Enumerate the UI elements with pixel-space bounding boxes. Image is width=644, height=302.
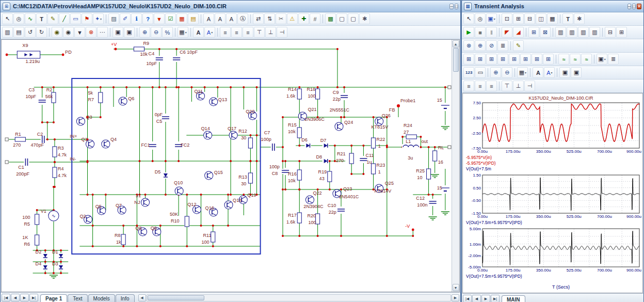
tab-arrow-0[interactable]: |◀ — [463, 295, 472, 302]
font-bold-button[interactable]: A — [533, 67, 543, 78]
minimize-button[interactable]: ─ — [449, 4, 454, 9]
flip-horizontal-button[interactable]: ⇄ — [253, 13, 264, 24]
cut-tool-button[interactable]: ✂ — [276, 13, 286, 24]
schematic-window-titlebar[interactable]: ⊞ C:\MC12\DATA\Petrov\HeadAMP\K157UD2_Ne… — [1, 1, 460, 12]
grid-toggle-button[interactable]: # — [310, 13, 320, 24]
picture-mode-button[interactable]: ▨ — [108, 13, 119, 24]
tab-models[interactable]: Models — [88, 294, 115, 302]
overlay-2-button[interactable]: ≈ — [570, 54, 581, 65]
tab-info[interactable]: Info — [116, 294, 135, 302]
vertical-scrollbar[interactable]: ▲ ▼ — [452, 40, 459, 292]
plot-thumb-8-button[interactable]: ⊞ — [543, 54, 554, 65]
select-mode-button[interactable]: ↖ — [2, 13, 13, 24]
pane-style-1-button[interactable]: ▥ — [555, 27, 566, 38]
align-middle-button[interactable]: ⊥ — [513, 81, 524, 91]
plot-thumb-3-button[interactable]: ⊞ — [486, 54, 497, 65]
find-in-files-button[interactable]: ◉ — [63, 27, 74, 38]
align-middle-button[interactable]: ⊥ — [265, 27, 276, 38]
component-menu-button[interactable]: ✦▾ — [93, 13, 104, 24]
stop-search-button[interactable]: ⊗ — [86, 27, 96, 38]
edit-limits-button[interactable]: ✎ — [513, 40, 524, 51]
tab-arrow-0[interactable]: |◀ — [2, 294, 10, 301]
crosshair-cursor-button[interactable]: ✚ — [298, 13, 309, 24]
maximize-plot-button[interactable]: ⊞ — [616, 27, 627, 38]
grid-options-button[interactable]: ▦▾ — [517, 67, 528, 78]
minimize-button[interactable]: ─ — [627, 4, 632, 9]
plot-thumb-2-button[interactable]: ⊞ — [475, 54, 486, 65]
text-mode-button[interactable]: T — [36, 13, 47, 24]
sheet-copy-button[interactable]: ▢ — [348, 13, 359, 24]
transient-window-titlebar[interactable]: ▦ Transient Analysis ─□✕ — [462, 1, 643, 12]
tile-vertical-button[interactable]: ▥ — [2, 27, 13, 38]
flip-vertical-button[interactable]: ⇅ — [264, 13, 275, 24]
plot-thumb-4-button[interactable]: ⊞ — [497, 54, 508, 65]
horizontal-scroll-track[interactable] — [147, 294, 451, 301]
cursor-next-button[interactable]: ⊘ — [486, 40, 497, 51]
mode-settings-button[interactable]: ✱ — [359, 13, 370, 24]
tab-page-1[interactable]: Page 1 — [40, 294, 67, 302]
align-right-button[interactable]: ≡ — [486, 81, 497, 91]
vertical-scroll-thumb[interactable] — [453, 48, 459, 72]
zoom-out-button[interactable]: ⊖ — [502, 67, 512, 78]
copy-page-button[interactable]: ▣ — [559, 67, 570, 78]
pattern-box-button[interactable]: ▩ — [325, 13, 336, 24]
view-horizontal-button[interactable]: ⊟ — [524, 13, 535, 24]
tab-arrow-1[interactable]: ◀ — [11, 294, 20, 301]
find-component-button[interactable]: ◉ — [52, 27, 62, 38]
close-button[interactable]: ✕ — [637, 4, 641, 9]
notepad-button[interactable]: ▤ — [188, 13, 199, 24]
zoom-level-button[interactable]: % — [162, 27, 173, 38]
tab-arrow-1[interactable]: ◀ — [472, 295, 481, 302]
pane-style-2-button[interactable]: ▥ — [567, 27, 577, 38]
tab-arrow-2[interactable]: ▶ — [20, 294, 29, 301]
scope-cursor-right-button[interactable]: ◢ — [513, 27, 524, 38]
copy-to-back-button[interactable]: ▣ — [124, 27, 135, 38]
font-color-button[interactable]: A▾ — [544, 67, 555, 78]
cursor-off-button[interactable]: ⊗ — [463, 40, 474, 51]
region-enable-button[interactable]: ▦ — [176, 13, 187, 24]
warning-overlay-button[interactable]: ⚠ — [287, 13, 298, 24]
numeric-format-button[interactable]: 123 — [463, 67, 474, 78]
help-mode-button[interactable]: ? — [142, 13, 153, 24]
pan-mode-button[interactable]: ◎ — [13, 13, 24, 24]
font-bold-button[interactable]: A — [193, 27, 204, 38]
scope-menu-button[interactable]: ▣▾ — [486, 13, 497, 24]
cursor-box-button[interactable]: ⊠ — [540, 27, 551, 38]
tile-horizontal-button[interactable]: ▤ — [13, 27, 24, 38]
cursor-zoom-button[interactable]: ⊕ — [475, 40, 486, 51]
pause-button[interactable]: ‖ — [486, 27, 497, 38]
scroll-up-arrow[interactable]: ▲ — [453, 40, 459, 47]
properties-button[interactable]: ✱ — [574, 13, 585, 24]
wire-mode-button[interactable]: ✎ — [47, 13, 58, 24]
copy-to-front-button[interactable]: ▣ — [112, 27, 123, 38]
enable-toggle-button[interactable]: ☑ — [165, 13, 176, 24]
annotation-mode-button[interactable]: ✐ — [120, 13, 131, 24]
maximize-button[interactable]: □ — [455, 4, 458, 9]
align-left-button[interactable]: ≡ — [463, 81, 474, 91]
align-center-button[interactable]: ≡ — [475, 81, 486, 91]
text-attribute-1-button[interactable]: A — [203, 13, 214, 24]
scroll-right-arrow[interactable]: ▶ — [452, 294, 459, 301]
node-numbers-button[interactable]: Ⓐ — [237, 13, 248, 24]
run-button[interactable]: ▶ — [463, 27, 474, 38]
copy-graph-button[interactable]: ▣▾ — [597, 54, 607, 65]
axes-box-button[interactable]: ⊞ — [528, 27, 539, 38]
graphics-mode-button[interactable]: ▭ — [70, 13, 81, 24]
zoom-in-button[interactable]: ⊕ — [139, 27, 150, 38]
scope-cursor-left-button[interactable]: ◤ — [502, 27, 512, 38]
view-single-button[interactable]: ⊡ — [502, 13, 512, 24]
align-bottom-button[interactable]: ⊣ — [277, 27, 287, 38]
plot-thumb-1-button[interactable]: ⊞ — [463, 54, 474, 65]
view-grid-button[interactable]: ⊞ — [513, 13, 524, 24]
view-vertical-button[interactable]: ◫ — [536, 13, 546, 24]
list-view-button[interactable]: ≣ — [608, 54, 619, 65]
view-data-button[interactable]: ▦ — [547, 13, 558, 24]
overlay-1-button[interactable]: ≈ — [558, 54, 569, 65]
zoom-out-button[interactable]: ⊖ — [151, 27, 162, 38]
plot-thumb-5-button[interactable]: ⊞ — [509, 54, 520, 65]
select-mode-button[interactable]: ↖ — [463, 13, 474, 24]
pan-mode-button[interactable]: ◎ — [475, 13, 486, 24]
go-down-button[interactable]: ▼ — [74, 27, 85, 38]
tab-text[interactable]: Text — [68, 294, 87, 302]
go-to-value-button[interactable]: ≣ — [497, 40, 508, 51]
